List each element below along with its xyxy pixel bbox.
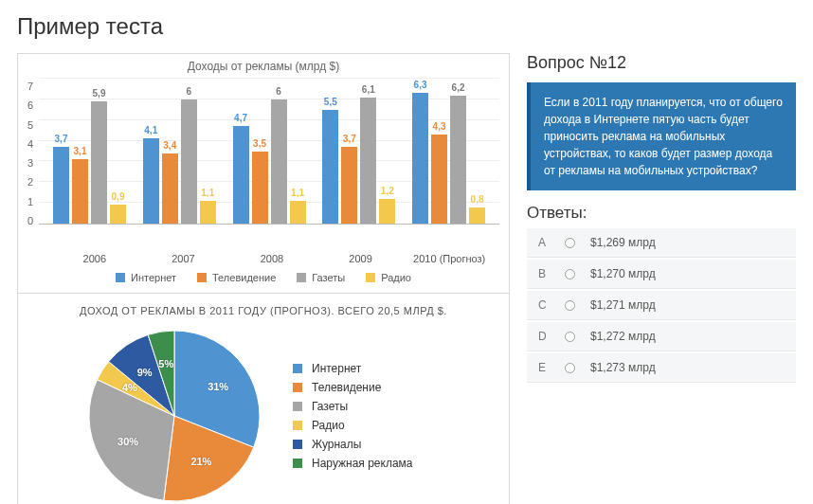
bar: 5,5 bbox=[322, 110, 338, 224]
legend-swatch bbox=[293, 364, 302, 373]
bar: 6 bbox=[271, 99, 287, 224]
bar-value-label: 4,1 bbox=[144, 125, 157, 135]
legend-item: Интернет bbox=[293, 362, 413, 375]
legend-swatch bbox=[116, 273, 125, 282]
legend-swatch bbox=[293, 421, 302, 430]
bar-value-label: 3,5 bbox=[253, 138, 266, 149]
legend-swatch bbox=[293, 402, 302, 411]
bar-legend: ИнтернетТелевидениеГазетыРадио bbox=[27, 272, 499, 283]
legend-swatch bbox=[366, 273, 375, 282]
bar: 1,1 bbox=[290, 201, 306, 224]
question-panel: Вопрос №12 Если в 2011 году планируется,… bbox=[527, 53, 796, 385]
answer-option[interactable]: D$1,272 млрд bbox=[527, 322, 796, 351]
legend-item: Журналы bbox=[293, 438, 413, 451]
bar: 3,1 bbox=[72, 159, 88, 224]
bar: 5,9 bbox=[91, 101, 107, 224]
bar: 0,9 bbox=[110, 205, 126, 224]
answer-label: $1,273 млрд bbox=[590, 361, 656, 374]
legend-label: Наружная реклама bbox=[312, 457, 413, 470]
bar: 6,1 bbox=[360, 98, 376, 224]
legend-label: Газеты bbox=[312, 400, 348, 413]
bar-value-label: 1,1 bbox=[201, 188, 214, 198]
pie-slice-label: 31% bbox=[208, 381, 228, 392]
pie-slice-label: 30% bbox=[117, 436, 138, 447]
bar-category-label: 2006 bbox=[54, 253, 136, 264]
answer-letter: A bbox=[538, 236, 550, 249]
answers-list: A$1,269 млрдB$1,270 млрдC$1,271 млрдD$1,… bbox=[527, 228, 796, 383]
pie-slice-label: 21% bbox=[190, 456, 211, 467]
bar: 4,3 bbox=[431, 135, 447, 224]
legend-item: Газеты bbox=[293, 400, 413, 413]
pie-chart-title: ДОХОД ОТ РЕКЛАМЫ В 2011 ГОДУ (ПРОГНОЗ). … bbox=[27, 305, 499, 316]
bar-value-label: 6 bbox=[186, 86, 191, 97]
legend-item: Радио bbox=[293, 419, 413, 432]
pie-slice-label: 9% bbox=[137, 367, 153, 378]
answer-option[interactable]: A$1,269 млрд bbox=[527, 228, 796, 258]
bar: 3,7 bbox=[341, 147, 357, 224]
bar: 4,7 bbox=[233, 126, 249, 224]
bar-chart: Доходы от рекламы (млрд $) 76543210 3,73… bbox=[18, 54, 509, 293]
legend-item: Наружная реклама bbox=[293, 457, 413, 470]
bar-value-label: 1,2 bbox=[381, 186, 394, 196]
bar-group: 6,34,36,20,8 bbox=[408, 79, 490, 224]
bar: 3,5 bbox=[252, 152, 268, 225]
bar-value-label: 5,5 bbox=[324, 97, 337, 107]
answer-label: $1,269 млрд bbox=[590, 236, 656, 249]
legend-swatch bbox=[293, 383, 302, 392]
legend-swatch bbox=[293, 459, 302, 468]
bar-value-label: 1,1 bbox=[291, 188, 304, 198]
pie-plot-area: 31%21%30%4%9%5% bbox=[84, 326, 264, 504]
answer-letter: E bbox=[538, 361, 550, 374]
pie-slice-label: 4% bbox=[122, 382, 137, 393]
answer-label: $1,271 млрд bbox=[590, 298, 656, 312]
bar-value-label: 6,3 bbox=[414, 80, 427, 90]
pie-chart: ДОХОД ОТ РЕКЛАМЫ В 2011 ГОДУ (ПРОГНОЗ). … bbox=[18, 293, 509, 504]
bar: 1,2 bbox=[379, 199, 395, 224]
answer-option[interactable]: C$1,271 млрд bbox=[527, 291, 796, 320]
question-text: Если в 2011 году планируется, что от общ… bbox=[527, 82, 796, 190]
bar-group: 4,13,461,1 bbox=[138, 79, 220, 224]
bar: 6,2 bbox=[450, 96, 466, 225]
legend-label: Газеты bbox=[312, 272, 345, 283]
legend-label: Интернет bbox=[312, 362, 361, 375]
page-title: Пример теста bbox=[17, 13, 796, 40]
legend-label: Радио bbox=[312, 419, 345, 432]
bar: 3,7 bbox=[53, 147, 69, 224]
bar: 6 bbox=[181, 99, 197, 224]
legend-label: Интернет bbox=[131, 272, 176, 283]
legend-label: Радио bbox=[381, 272, 411, 283]
answer-label: $1,272 млрд bbox=[590, 330, 656, 343]
bar-category-label: 2008 bbox=[231, 253, 313, 264]
bar-value-label: 6,2 bbox=[452, 82, 465, 93]
bar: 1,1 bbox=[200, 201, 216, 224]
answer-letter: C bbox=[538, 298, 550, 312]
radio-icon[interactable] bbox=[565, 300, 575, 311]
bar-value-label: 4,7 bbox=[234, 113, 247, 123]
legend-label: Журналы bbox=[312, 438, 361, 451]
bar-value-label: 6,1 bbox=[362, 84, 375, 95]
radio-icon[interactable] bbox=[565, 269, 575, 279]
bar-group: 5,53,76,11,2 bbox=[318, 79, 400, 224]
radio-icon[interactable] bbox=[565, 238, 575, 248]
bar-value-label: 3,7 bbox=[55, 134, 68, 144]
radio-icon[interactable] bbox=[565, 332, 575, 342]
answer-label: $1,270 млрд bbox=[590, 267, 656, 280]
charts-panel: Доходы от рекламы (млрд $) 76543210 3,73… bbox=[17, 53, 510, 504]
answer-option[interactable]: B$1,270 млрд bbox=[527, 260, 796, 289]
bar-value-label: 3,1 bbox=[74, 146, 87, 156]
bar-x-labels: 20062007200820092010 (Прогноз) bbox=[45, 249, 499, 264]
legend-swatch bbox=[297, 273, 306, 282]
legend-swatch bbox=[293, 440, 302, 449]
bar-value-label: 3,7 bbox=[343, 134, 356, 144]
bar-category-label: 2007 bbox=[142, 253, 224, 264]
bar-category-label: 2009 bbox=[320, 253, 402, 264]
pie-slice-label: 5% bbox=[158, 358, 173, 369]
radio-icon[interactable] bbox=[565, 363, 575, 373]
bar-category-label: 2010 (Прогноз) bbox=[408, 253, 490, 264]
bar-group: 4,73,561,1 bbox=[228, 79, 310, 224]
answer-option[interactable]: E$1,273 млрд bbox=[527, 353, 796, 383]
answer-letter: D bbox=[538, 330, 550, 343]
bar-chart-title: Доходы от рекламы (млрд $) bbox=[27, 60, 499, 73]
legend-swatch bbox=[197, 273, 207, 282]
legend-label: Телевидение bbox=[312, 381, 381, 394]
